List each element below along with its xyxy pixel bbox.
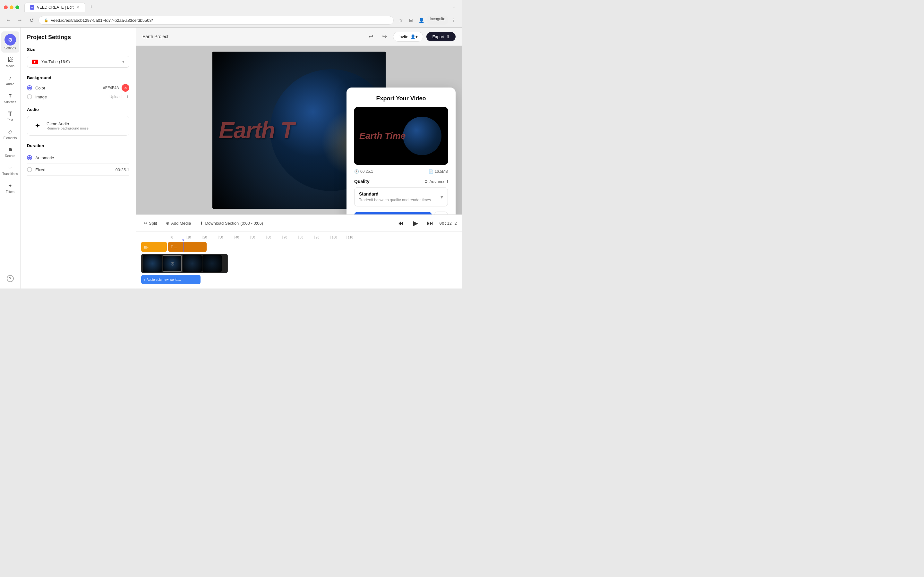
export-extra-options-button[interactable]: ⊞ <box>435 211 448 214</box>
upload-text-label: Upload <box>110 95 121 99</box>
ruler-mark-110: 110 <box>347 235 363 239</box>
redo-button[interactable]: ↪ <box>380 31 390 42</box>
minimize-window-button[interactable] <box>10 5 13 9</box>
size-section-label: Size <box>27 47 129 52</box>
fixed-radio[interactable] <box>27 167 32 172</box>
advanced-label: Advanced <box>429 179 448 184</box>
download-section-label: Download Section <box>205 221 239 226</box>
split-label: Split <box>149 221 157 226</box>
subtitles-icon: T <box>7 92 14 99</box>
new-tab-button[interactable]: + <box>87 3 95 12</box>
sidebar-item-media[interactable]: 🖼 Media <box>1 54 19 71</box>
export-preview-globe <box>403 117 441 155</box>
invite-label: Invite <box>399 34 409 39</box>
text-label: Text <box>7 118 13 122</box>
refresh-button[interactable]: ↺ <box>27 16 36 25</box>
fixed-duration-value: 00:25.1 <box>115 167 129 172</box>
audio-track-chip[interactable]: ♪ Audio epic-new-world.... <box>141 275 200 284</box>
color-label: Color <box>35 85 45 90</box>
filesize-value: 16.5MB <box>435 169 448 174</box>
sidebar-item-subtitles[interactable]: T Subtitles <box>1 90 19 106</box>
fast-forward-button[interactable]: ⏭ <box>425 218 436 229</box>
ruler-mark-10: 10 <box>186 235 202 239</box>
sidebar-item-audio[interactable]: ♪ Audio <box>1 72 19 89</box>
play-pause-button[interactable]: ▶ <box>410 218 421 229</box>
tab-close-button[interactable]: ✕ <box>76 5 80 10</box>
menu-button[interactable]: ⋮ <box>449 16 458 25</box>
sidebar-item-filters[interactable]: ✦ Filters <box>1 179 19 196</box>
extensions-button[interactable]: ⊞ <box>407 16 415 25</box>
download-icon: ⬇ <box>200 221 204 226</box>
duration-section-label: Duration <box>27 143 129 148</box>
invite-button[interactable]: Invite 👤+ <box>393 32 423 42</box>
background-section: Background Color #FF4F4A Image Upload ⬆ <box>27 75 129 99</box>
playback-controls: ⏮ ▶ ⏭ 00:12:2 <box>395 218 457 229</box>
clean-audio-card[interactable]: ✦ Clean Audio Remove background noise <box>27 116 129 135</box>
music-icon: ♪ <box>144 278 145 282</box>
plus-icon: ⊕ <box>166 221 170 226</box>
export-button[interactable]: Export ⬆ <box>426 32 456 41</box>
text-icon: T <box>7 110 14 117</box>
automatic-radio[interactable] <box>27 155 32 160</box>
settings-panel-title: Project Settings <box>27 34 129 41</box>
timeline-controls: ✂ Split ⊕ Add Media ⬇ Download Section (… <box>136 215 462 232</box>
split-button[interactable]: ✂ Split <box>141 219 160 227</box>
size-section: Size YouTube (16:9) ▾ <box>27 47 129 68</box>
quality-dropdown[interactable]: Standard Tradeoff between quality and re… <box>354 187 448 206</box>
invite-icon: 👤+ <box>410 34 418 39</box>
sidebar-item-transitions[interactable]: ↔ Transitions <box>1 161 19 178</box>
download-section-button[interactable]: ⬇ Download Section (0:00 - 0:06) <box>197 219 266 227</box>
color-radio[interactable] <box>27 85 32 90</box>
app-layout: ⚙ Settings 🖼 Media ♪ Audio T Subtitles T… <box>0 27 462 288</box>
forward-button[interactable]: → <box>15 16 24 25</box>
sidebar-item-text[interactable]: T Text <box>1 108 19 124</box>
export-preview: Earth Time <box>354 107 448 165</box>
browser-action-buttons: ☆ ⊞ 👤 Incognito ⋮ <box>396 16 458 25</box>
sidebar-item-help[interactable]: ? <box>1 272 19 285</box>
color-swatch: #FF4F4A <box>103 84 129 92</box>
audio-section-label: Audio <box>27 107 129 112</box>
automatic-duration-row: Automatic <box>27 152 129 164</box>
size-dropdown-button[interactable]: YouTube (16:9) ▾ <box>27 56 129 68</box>
help-icon: ? <box>7 275 14 282</box>
sidebar-item-elements[interactable]: ◇ Elements <box>1 126 19 142</box>
sidebar-item-record[interactable]: ⏺ Record <box>1 143 19 160</box>
automatic-label: Automatic <box>35 155 54 160</box>
address-bar-row: ← → ↺ 🔒 veed.io/edit/abcb1297-5a01-4d77-… <box>0 15 462 27</box>
add-media-button[interactable]: ⊕ Add Media <box>163 219 194 227</box>
export-filesize: 📄 16.5MB <box>429 169 448 174</box>
rewind-button[interactable]: ⏮ <box>395 218 407 229</box>
close-window-button[interactable] <box>4 5 8 9</box>
image-radio[interactable] <box>27 94 32 99</box>
quality-label: Quality <box>354 179 369 184</box>
upload-icon: ⬆ <box>126 95 129 99</box>
settings-panel: Project Settings Size YouTube (16:9) ▾ B… <box>21 27 136 288</box>
undo-button[interactable]: ↩ <box>366 31 376 42</box>
ruler-mark-50: 50 <box>250 235 266 239</box>
ruler-mark-90: 90 <box>314 235 330 239</box>
export-duration: 🕐 00:25.1 <box>354 169 373 174</box>
record-label: Record <box>5 154 15 158</box>
bookmark-icon[interactable]: ☆ <box>396 16 405 25</box>
active-tab[interactable]: V VEED CREATE | Edit ✕ <box>24 3 86 12</box>
video-track-chip[interactable]: ⊗ <box>141 254 228 273</box>
export-preview-text: Earth Time <box>359 131 405 141</box>
clean-audio-title: Clean Audio <box>47 121 89 126</box>
earth-text-overlay: Earth T <box>219 117 294 143</box>
advanced-link[interactable]: ⚙ Advanced <box>424 179 448 184</box>
maximize-window-button[interactable] <box>15 5 19 9</box>
color-circle-icon[interactable] <box>121 84 129 92</box>
quality-option-subtitle: Tradeoff between quality and render time… <box>359 198 443 202</box>
clip-chip-2[interactable]: T ... <box>168 242 207 252</box>
filters-label: Filters <box>6 190 15 193</box>
clip-chip-1[interactable]: ▦ ... <box>141 242 167 252</box>
back-button[interactable]: ← <box>4 16 13 25</box>
profile-button[interactable]: 👤 <box>417 16 426 25</box>
url-bar[interactable]: 🔒 veed.io/edit/abcb1297-5a01-4d77-b2aa-a… <box>39 16 394 25</box>
background-section-label: Background <box>27 75 129 80</box>
timeline-ruler: 0 10 20 30 40 50 60 70 80 90 100 110 <box>141 234 457 242</box>
audio-label: Audio epic-new-world.... <box>147 278 181 282</box>
sidebar-item-settings[interactable]: ⚙ Settings <box>1 31 19 53</box>
video-thumb-2-container: ⊗ <box>163 255 182 272</box>
export-video-button[interactable]: Export Video ⬆ <box>354 212 432 214</box>
